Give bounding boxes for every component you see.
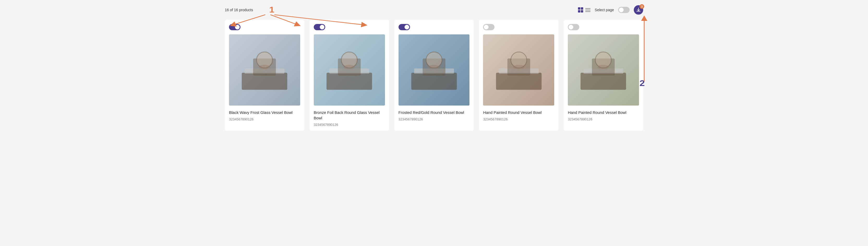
products-grid: Black Wavy Frost Glass Vessel Bowl 32345… (225, 20, 643, 131)
product-card: Frosted Red/Gold Round Vessel Bowl 32345… (394, 20, 474, 131)
product-thumbnail (483, 34, 554, 106)
product-name: Bronze Foil Back Round Glass Vessel Bowl (314, 110, 385, 121)
product-card: Hand Painted Round Vessel Bowl 323456789… (564, 20, 643, 131)
product-card: Hand Painted Round Vessel Bowl 323456789… (479, 20, 558, 131)
product-sku: 3234567890126 (568, 117, 639, 121)
product-image-3 (399, 34, 470, 106)
product-name: Hand Painted Round Vessel Bowl (568, 110, 639, 115)
svg-point-14 (428, 65, 440, 69)
svg-point-19 (513, 65, 525, 69)
select-page-label: Select page (595, 8, 614, 12)
svg-point-9 (343, 65, 355, 69)
card-toggle-3[interactable] (399, 24, 470, 31)
product-image-4 (483, 34, 554, 106)
list-view-icon[interactable] (585, 7, 590, 12)
svg-point-4 (259, 65, 271, 69)
product-sku: 3234567890126 (229, 117, 300, 121)
product-count: 16 of 16 products (225, 8, 253, 12)
download-button[interactable]: 3 (634, 5, 643, 14)
download-badge: 3 (640, 4, 644, 9)
product-sku: 3234567890126 (483, 117, 554, 121)
product-name: Hand Painted Round Vessel Bowl (483, 110, 554, 115)
card-toggle-1[interactable] (229, 24, 300, 31)
product-thumbnail (314, 34, 385, 106)
product-sku: 3234567890126 (314, 123, 385, 127)
product-image-1 (229, 34, 300, 106)
product-thumbnail (568, 34, 639, 106)
card-toggle-5[interactable] (568, 24, 639, 31)
product-thumbnail (229, 34, 300, 106)
card-toggle-2[interactable] (314, 24, 385, 31)
product-name: Black Wavy Frost Glass Vessel Bowl (229, 110, 300, 115)
product-image-2 (314, 34, 385, 106)
product-image-5 (568, 34, 639, 106)
svg-point-24 (598, 65, 609, 69)
grid-view-icon[interactable] (578, 7, 583, 12)
product-card: Black Wavy Frost Glass Vessel Bowl 32345… (225, 20, 304, 131)
product-thumbnail (399, 34, 470, 106)
product-sku: 3234567890126 (399, 117, 470, 121)
product-card: Bronze Foil Back Round Glass Vessel Bowl… (310, 20, 389, 131)
select-page-toggle[interactable] (618, 7, 630, 13)
product-name: Frosted Red/Gold Round Vessel Bowl (399, 110, 470, 115)
card-toggle-4[interactable] (483, 24, 554, 31)
